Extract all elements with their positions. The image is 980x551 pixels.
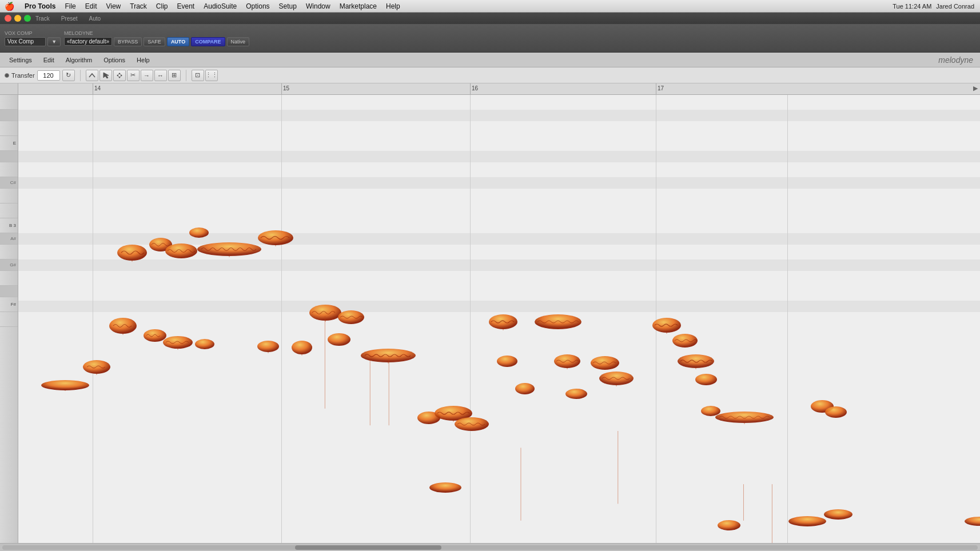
piano-key-g4s[interactable]: G# bbox=[0, 259, 18, 271]
menu-view[interactable]: View bbox=[101, 1, 125, 11]
menu-audiosuite[interactable]: AudioSuite bbox=[199, 1, 241, 11]
note-blob-40[interactable] bbox=[824, 405, 847, 419]
menu-track[interactable]: Track bbox=[125, 1, 152, 11]
scroll-thumb[interactable] bbox=[295, 545, 441, 550]
note-blob-33[interactable] bbox=[677, 353, 715, 369]
note-blob-30[interactable] bbox=[599, 370, 634, 386]
submenu-options[interactable]: Options bbox=[99, 55, 130, 65]
piano-key-f4s[interactable] bbox=[0, 286, 18, 297]
note-blob-13[interactable] bbox=[257, 340, 280, 353]
bypass-btn[interactable]: BYPASS bbox=[114, 37, 142, 46]
piano-key-f4[interactable]: F# bbox=[0, 297, 18, 312]
note-grid[interactable] bbox=[18, 95, 980, 543]
note-blob-9[interactable] bbox=[189, 226, 209, 239]
note-blob-34[interactable] bbox=[695, 373, 718, 386]
note-blob-16[interactable] bbox=[337, 309, 365, 325]
transfer-label[interactable]: Transfer bbox=[11, 72, 35, 79]
piano-key-g5[interactable] bbox=[0, 95, 18, 110]
tool-scissors-icon[interactable]: ✂ bbox=[127, 70, 140, 81]
piano-key-f5[interactable] bbox=[0, 121, 18, 136]
note-blob-28[interactable] bbox=[565, 388, 588, 400]
note-blob-15[interactable] bbox=[327, 332, 351, 347]
tool-pitch-icon[interactable] bbox=[86, 70, 98, 81]
note-blob-38[interactable] bbox=[788, 515, 827, 528]
native-btn[interactable]: Native bbox=[227, 37, 250, 46]
menu-pro-tools[interactable]: Pro Tools bbox=[20, 1, 60, 11]
piano-key-b4[interactable] bbox=[0, 203, 18, 218]
auto-btn[interactable]: AUTO bbox=[167, 37, 189, 46]
note-blob-42[interactable] bbox=[965, 516, 980, 527]
maximize-button[interactable] bbox=[24, 15, 31, 22]
piano-key-b3[interactable]: B 3 bbox=[0, 218, 18, 233]
scrollbar[interactable] bbox=[0, 543, 980, 551]
note-blob-8[interactable] bbox=[165, 242, 198, 259]
piano-key-c5s[interactable]: C# bbox=[0, 177, 18, 189]
note-blob-26[interactable] bbox=[534, 313, 583, 330]
note-blob-25[interactable] bbox=[515, 382, 535, 396]
note-blob-23[interactable] bbox=[488, 313, 518, 330]
piano-key-a4[interactable] bbox=[0, 245, 18, 259]
scroll-track[interactable] bbox=[2, 545, 978, 550]
bpm-input[interactable]: 120 bbox=[37, 70, 60, 81]
piano-key-e5[interactable]: E bbox=[0, 136, 18, 151]
piano-key-f5s[interactable] bbox=[0, 110, 18, 121]
vox-comp-select[interactable]: Vox Comp bbox=[5, 37, 46, 46]
piano-key-d5s[interactable] bbox=[0, 151, 18, 162]
menu-help[interactable]: Help bbox=[381, 1, 405, 11]
apple-logo-icon[interactable]: 🍎 bbox=[5, 2, 14, 11]
menu-clip[interactable]: Clip bbox=[152, 1, 173, 11]
scroll-right-icon[interactable]: ▶ bbox=[973, 85, 978, 92]
note-blob-18[interactable] bbox=[360, 348, 416, 364]
piano-key-g4[interactable] bbox=[0, 271, 18, 286]
close-button[interactable] bbox=[5, 15, 11, 22]
note-blob-22[interactable] bbox=[429, 481, 462, 494]
note-blob-21[interactable] bbox=[454, 416, 489, 432]
menu-options[interactable]: Options bbox=[241, 1, 274, 11]
tool-quantize-icon[interactable]: ⊞ bbox=[168, 70, 181, 81]
tool-pitch-snap-icon[interactable]: ⊡ bbox=[192, 70, 204, 81]
submenu-help[interactable]: Help bbox=[132, 55, 154, 65]
tool-select-icon[interactable] bbox=[99, 70, 112, 81]
piano-key-d5[interactable] bbox=[0, 162, 18, 177]
note-blob-41[interactable] bbox=[823, 508, 853, 521]
note-blob-29[interactable] bbox=[590, 355, 620, 371]
tool-grid-icon[interactable]: ⋮⋮ bbox=[205, 70, 218, 81]
menu-event[interactable]: Event bbox=[173, 1, 200, 11]
vox-comp-button[interactable]: ▼ bbox=[47, 37, 61, 46]
grid-row-4 bbox=[18, 151, 980, 162]
note-blob-32[interactable] bbox=[672, 333, 698, 349]
note-blob-24[interactable] bbox=[496, 354, 518, 368]
menu-marketplace[interactable]: Marketplace bbox=[335, 1, 381, 11]
note-blob-36[interactable] bbox=[715, 410, 775, 424]
note-blob-11[interactable] bbox=[197, 241, 262, 257]
minimize-button[interactable] bbox=[14, 15, 21, 22]
piano-key-c5[interactable] bbox=[0, 189, 18, 203]
submenu-edit[interactable]: Edit bbox=[39, 55, 59, 65]
note-blob-27[interactable] bbox=[553, 353, 581, 369]
note-blob-12[interactable] bbox=[257, 229, 294, 246]
note-blob-1[interactable] bbox=[41, 380, 90, 391]
menu-setup[interactable]: Setup bbox=[274, 1, 301, 11]
submenu-settings[interactable]: Settings bbox=[5, 55, 37, 65]
rotate-icon[interactable]: ↻ bbox=[62, 70, 75, 81]
menu-edit[interactable]: Edit bbox=[81, 1, 102, 11]
factory-default-value[interactable]: «factory default» bbox=[64, 37, 112, 46]
piano-key-a4s[interactable]: A# bbox=[0, 233, 18, 245]
submenu-algorithm[interactable]: Algorithm bbox=[61, 55, 97, 65]
note-blob-17[interactable] bbox=[291, 340, 313, 356]
note-blob-10[interactable] bbox=[194, 338, 215, 350]
piano-key-e4[interactable] bbox=[0, 312, 18, 327]
note-blob-31[interactable] bbox=[652, 317, 682, 334]
tool-arrow-icon[interactable]: → bbox=[141, 70, 153, 81]
tool-move-icon[interactable] bbox=[113, 70, 126, 81]
note-blob-3[interactable] bbox=[109, 317, 137, 335]
menu-window[interactable]: Window bbox=[301, 1, 335, 11]
menu-file[interactable]: File bbox=[60, 1, 80, 11]
safe-btn[interactable]: SAFE bbox=[144, 37, 165, 46]
note-blob-2[interactable] bbox=[82, 359, 111, 375]
compare-btn[interactable]: COMPARE bbox=[191, 37, 225, 46]
tool-expand-icon[interactable]: ↔ bbox=[154, 70, 167, 81]
note-blob-37[interactable] bbox=[717, 519, 741, 532]
note-blob-4[interactable] bbox=[117, 243, 148, 262]
note-blob-7[interactable] bbox=[162, 335, 194, 350]
